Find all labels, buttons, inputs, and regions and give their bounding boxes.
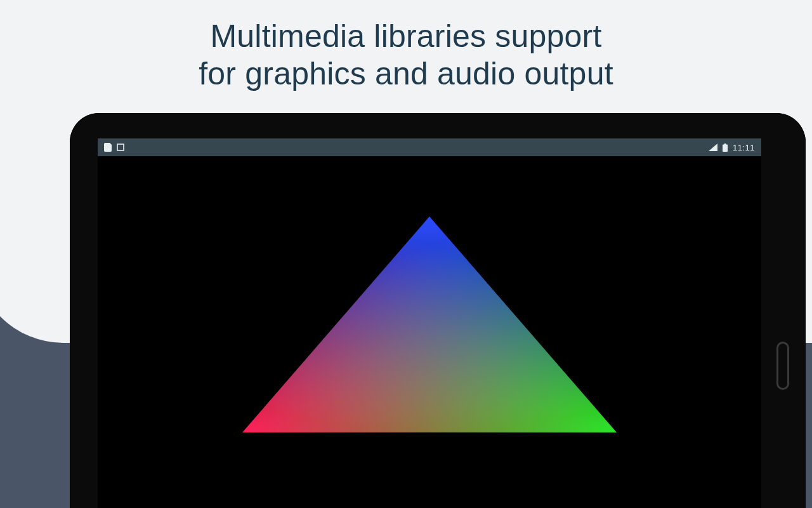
- sdcard-icon: [104, 143, 112, 152]
- graphics-canvas: [98, 156, 761, 508]
- tablet-power-button: [776, 342, 789, 390]
- headline-line-2: for graphics and audio output: [199, 56, 613, 91]
- android-status-bar: 11:11: [98, 138, 761, 156]
- battery-icon: [723, 144, 728, 152]
- tablet-screen: 11:11: [98, 138, 761, 508]
- status-right-group: 11:11: [709, 143, 755, 152]
- headline: Multimedia libraries support for graphic…: [0, 18, 812, 93]
- svg-rect-1: [723, 144, 728, 152]
- status-left-group: [104, 143, 124, 152]
- rgb-triangle: [242, 217, 617, 432]
- svg-rect-2: [724, 144, 726, 145]
- svg-rect-7: [242, 217, 617, 432]
- tablet-frame: 11:11: [70, 113, 806, 508]
- signal-icon: [709, 144, 717, 151]
- headline-line-1: Multimedia libraries support: [211, 18, 602, 54]
- status-clock: 11:11: [733, 143, 755, 152]
- debug-icon: [117, 144, 124, 151]
- svg-rect-0: [117, 144, 124, 150]
